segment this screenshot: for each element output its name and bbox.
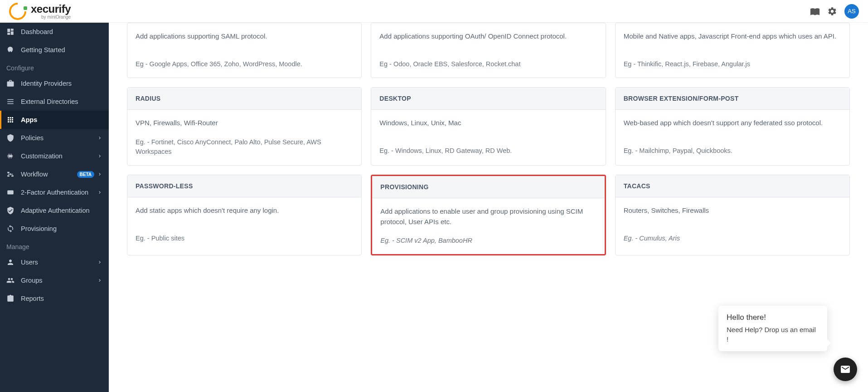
card-desc: Web-based app which doesn't support any … (624, 118, 841, 128)
puzzle-icon (6, 152, 15, 160)
sidebar: Dashboard Getting Started Configure Iden… (0, 23, 109, 392)
shield-cog-icon (6, 134, 15, 142)
sidebar-item-groups[interactable]: Groups (0, 271, 109, 289)
sidebar-item-external-directories[interactable]: External Directories (0, 93, 109, 111)
card-title: PROVISIONING (372, 176, 604, 198)
card-desc: VPN, Firewalls, Wifi-Router (136, 118, 353, 128)
grid-icon (6, 116, 15, 124)
header-actions: AS (810, 4, 859, 19)
sidebar-section-configure: Configure (0, 59, 109, 74)
app-card-tacacs[interactable]: TACACS Routers, Switches, Firewalls Eg. … (615, 175, 850, 255)
app-card-saml[interactable]: Add applications supporting SAML protoco… (127, 23, 362, 78)
rocket-icon (6, 46, 15, 54)
user-icon (6, 258, 15, 266)
email-icon (840, 364, 851, 375)
card-example: Eg. - Windows, Linux, RD Gateway, RD Web… (379, 146, 597, 156)
card-desc: Mobile and Native apps, Javascript Front… (624, 31, 841, 42)
chevron-right-icon (97, 172, 102, 177)
card-title: BROWSER EXTENSION/FORM-POST (616, 88, 849, 110)
card-example: Eg. - SCIM v2 App, BambooHR (380, 236, 596, 246)
chevron-right-icon (97, 135, 102, 141)
card-desc: Add applications supporting SAML protoco… (136, 31, 353, 42)
sidebar-item-label: Users (21, 259, 97, 266)
clipboard-icon (6, 294, 15, 303)
sidebar-item-label: Getting Started (21, 46, 102, 54)
list-icon (6, 98, 15, 106)
sidebar-item-label: Identity Providers (21, 80, 102, 87)
book-icon[interactable] (810, 6, 820, 16)
sidebar-item-label: Customization (21, 152, 97, 160)
sidebar-item-label: Reports (21, 295, 102, 302)
card-desc: Routers, Switches, Firewalls (624, 206, 841, 216)
sync-icon (6, 225, 15, 233)
card-title: TACACS (616, 175, 849, 197)
sidebar-item-label: Dashboard (21, 28, 102, 35)
sidebar-item-dashboard[interactable]: Dashboard (0, 23, 109, 41)
gear-icon[interactable] (827, 6, 837, 16)
logo-main-text: xecurify (31, 3, 71, 15)
logo-sub-text: by miniOrange (31, 15, 71, 20)
sidebar-item-getting-started[interactable]: Getting Started (0, 41, 109, 59)
sidebar-item-label: External Directories (21, 98, 102, 105)
sidebar-item-customization[interactable]: Customization (0, 147, 109, 165)
sidebar-section-manage: Manage (0, 238, 109, 253)
card-example: Eg. - Fortinet, Cisco AnyConnect, Palo A… (136, 137, 353, 157)
app-card-oauth[interactable]: Add applications supporting OAuth/ OpenI… (371, 23, 606, 78)
card-example: Eg. - Public sites (136, 234, 353, 244)
flow-icon (6, 170, 15, 178)
app-card-passwordless[interactable]: PASSWORD-LESS Add static apps which does… (127, 175, 362, 255)
logo-area[interactable]: xecurify by miniOrange (9, 3, 71, 20)
pin-icon (6, 188, 15, 196)
card-desc: Windows, Linux, Unix, Mac (379, 118, 597, 128)
card-desc: Add static apps which doesn't require an… (136, 206, 353, 216)
sidebar-item-2fa[interactable]: 2-Factor Authentication (0, 183, 109, 201)
card-example: Eg. - Mailchimp, Paypal, Quickbooks. (624, 146, 841, 156)
sidebar-item-users[interactable]: Users (0, 253, 109, 271)
card-example: Eg. - Cumulus, Aris (624, 234, 841, 244)
sidebar-item-identity-providers[interactable]: Identity Providers (0, 74, 109, 93)
sidebar-item-reports[interactable]: Reports (0, 289, 109, 308)
card-title: RADIUS (127, 88, 361, 110)
sidebar-item-label: Policies (21, 134, 97, 142)
dashboard-icon (6, 28, 15, 36)
card-desc: Add applications supporting OAuth/ OpenI… (379, 31, 597, 42)
chat-popup[interactable]: Hello there! Need Help? Drop us an email… (718, 306, 827, 351)
shield-check-icon (6, 206, 15, 215)
app-card-radius[interactable]: RADIUS VPN, Firewalls, Wifi-Router Eg. -… (127, 87, 362, 166)
briefcase-icon (6, 79, 15, 88)
app-card-jwt[interactable]: Mobile and Native apps, Javascript Front… (615, 23, 850, 78)
chevron-right-icon (97, 190, 102, 195)
logo-icon (5, 0, 30, 23)
beta-badge: BETA (77, 171, 94, 178)
sidebar-item-apps[interactable]: Apps (0, 111, 109, 129)
card-title: PASSWORD-LESS (127, 175, 361, 197)
sidebar-item-label: Adaptive Authentication (21, 207, 102, 214)
sidebar-item-label: Workflow (21, 171, 77, 178)
chat-fab-button[interactable] (834, 358, 857, 381)
card-example: Eg - Odoo, Oracle EBS, Salesforce, Rocke… (379, 59, 597, 69)
chevron-right-icon (97, 260, 102, 265)
sidebar-item-adaptive-auth[interactable]: Adaptive Authentication (0, 201, 109, 220)
app-card-provisioning[interactable]: PROVISIONING Add applications to enable … (371, 175, 606, 255)
card-desc: Add applications to enable user and grou… (380, 206, 596, 227)
chat-title: Hello there! (727, 313, 819, 322)
sidebar-item-label: Apps (21, 116, 102, 123)
avatar[interactable]: AS (844, 4, 859, 19)
sidebar-item-label: Groups (21, 277, 97, 284)
users-icon (6, 276, 15, 284)
chevron-right-icon (97, 278, 102, 283)
sidebar-item-provisioning[interactable]: Provisioning (0, 220, 109, 238)
svg-rect-0 (7, 191, 14, 195)
sidebar-item-label: 2-Factor Authentication (21, 189, 97, 196)
card-title: DESKTOP (371, 88, 605, 110)
app-card-browser-ext[interactable]: BROWSER EXTENSION/FORM-POST Web-based ap… (615, 87, 850, 166)
sidebar-item-policies[interactable]: Policies (0, 129, 109, 147)
app-card-desktop[interactable]: DESKTOP Windows, Linux, Unix, Mac Eg. - … (371, 87, 606, 166)
chevron-right-icon (97, 153, 102, 159)
top-header: xecurify by miniOrange AS (0, 0, 868, 23)
chat-message: Need Help? Drop us an email ! (727, 325, 819, 344)
sidebar-item-label: Provisioning (21, 225, 102, 232)
card-example: Eg - Google Apps, Office 365, Zoho, Word… (136, 59, 353, 69)
sidebar-item-workflow[interactable]: Workflow BETA (0, 165, 109, 183)
card-example: Eg - Thinkific, React.js, Firebase, Angu… (624, 59, 841, 69)
